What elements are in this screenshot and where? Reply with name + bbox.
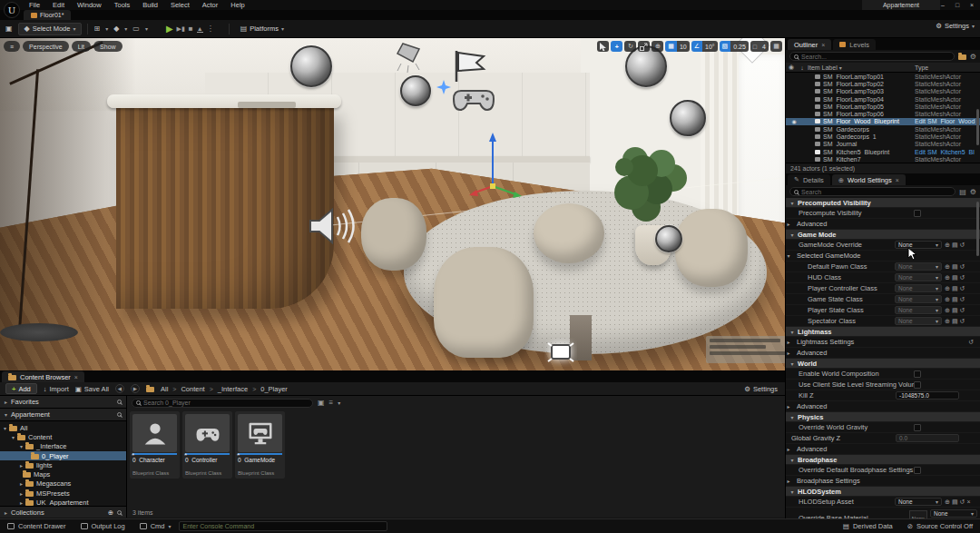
dropdown[interactable]: None▾ bbox=[930, 509, 977, 518]
player-start-flag-sprite[interactable] bbox=[449, 47, 489, 85]
import-button[interactable]: ↓ Import bbox=[44, 385, 69, 393]
menu-select[interactable]: Select bbox=[171, 1, 190, 9]
tree-item-maps[interactable]: Maps bbox=[0, 469, 126, 479]
close-button[interactable]: × bbox=[965, 0, 978, 10]
viewport-options-button[interactable]: ≡ bbox=[4, 41, 20, 52]
tree-item-content[interactable]: ▾Content bbox=[0, 432, 126, 441]
dropdown[interactable]: None▾ bbox=[895, 498, 942, 506]
chevron-down-icon[interactable]: ▾ bbox=[338, 400, 340, 406]
menu-window[interactable]: Window bbox=[77, 1, 102, 9]
use-selected-icon[interactable]: ⊕ bbox=[945, 296, 950, 303]
project-header[interactable]: ▾ Appartement bbox=[0, 409, 126, 421]
actor-type[interactable]: Edit SM_Kitchen5_Bl bbox=[915, 149, 980, 155]
outliner-row[interactable]: SM_FloorLampTop04StaticMeshActor bbox=[786, 95, 980, 103]
outliner-row[interactable]: SM_FloorLampTop05StaticMeshActor bbox=[786, 103, 980, 110]
outliner-row[interactable]: SM_GardecorpsStaticMeshActor bbox=[786, 125, 980, 133]
grid-snap-icon[interactable]: ▦ bbox=[665, 41, 677, 52]
select-mode-button[interactable]: ◆ Select Mode ▾ bbox=[18, 23, 83, 35]
section-header[interactable]: ▾HLODSystem bbox=[786, 487, 980, 497]
outliner-row[interactable]: SM_Kitchen7StaticMeshActor bbox=[786, 155, 980, 163]
speaker-sprite[interactable] bbox=[307, 204, 361, 248]
scene-chair[interactable] bbox=[434, 247, 534, 358]
outliner-row[interactable]: SM_FloorLampTop06StaticMeshActor bbox=[786, 110, 980, 117]
browse-icon[interactable]: ▤ bbox=[952, 296, 958, 303]
gamepad-sprite[interactable] bbox=[452, 85, 495, 116]
menu-edit[interactable]: Edit bbox=[53, 1, 64, 9]
scene-chair[interactable] bbox=[675, 209, 748, 287]
save-all-button[interactable]: ▣ Save All bbox=[75, 385, 109, 393]
rotation-snap-icon[interactable]: ∠ bbox=[691, 41, 702, 52]
column-item-label[interactable]: Item Label ▾ bbox=[808, 64, 915, 71]
rotate-tool-button[interactable]: ↻ bbox=[624, 41, 636, 52]
breadcrumb-_interface[interactable]: _Interface bbox=[218, 385, 248, 393]
asset-tile-0_gamemode[interactable]: *0_GameModeBlueprint Class bbox=[235, 411, 285, 479]
use-selected-icon[interactable]: ⊕ bbox=[945, 307, 950, 314]
checkbox[interactable] bbox=[914, 424, 921, 431]
move-tool-button[interactable]: + bbox=[611, 41, 622, 52]
browse-icon[interactable]: ▤ bbox=[952, 498, 958, 506]
section-header[interactable]: ▾Precomputed Visibility bbox=[786, 198, 980, 208]
toolbar-settings-button[interactable]: ⚙ Settings ▾ bbox=[936, 22, 975, 30]
content-browser-settings-button[interactable]: ⚙ Settings bbox=[744, 385, 778, 393]
section-header[interactable]: ▾Lightmass bbox=[786, 327, 980, 337]
play-options-icon[interactable]: ⋮ bbox=[207, 25, 214, 33]
asset-tile-0_controller[interactable]: *0_ControllerBlueprint Class bbox=[182, 411, 232, 479]
use-selected-icon[interactable]: ⊕ bbox=[945, 274, 950, 281]
eye-icon[interactable]: ◉ bbox=[786, 118, 802, 124]
outliner-row[interactable]: SM_Kitchen5_BlueprintEdit SM_Kitchen5_Bl bbox=[786, 148, 980, 155]
world-settings-search-input[interactable]: Search bbox=[789, 187, 956, 196]
breadcrumb-0_player[interactable]: 0_Player bbox=[260, 385, 288, 393]
property-label[interactable]: Advanced bbox=[791, 349, 977, 357]
reset-icon[interactable]: ↺ bbox=[960, 242, 965, 249]
menu-help[interactable]: Help bbox=[230, 1, 244, 9]
property-label[interactable]: Advanced bbox=[791, 402, 977, 410]
scene-chair[interactable] bbox=[534, 203, 604, 263]
spotlight-sprite[interactable] bbox=[392, 40, 428, 73]
property-label[interactable]: Lightmass Settings bbox=[791, 338, 968, 346]
checkbox[interactable] bbox=[914, 370, 921, 378]
translate-gizmo[interactable] bbox=[458, 129, 531, 200]
outliner-scrollbar[interactable] bbox=[976, 109, 979, 145]
world-settings-scrollbar[interactable] bbox=[976, 202, 979, 256]
browse-icon[interactable]: ▤ bbox=[952, 318, 958, 325]
scale-tool-button[interactable] bbox=[638, 41, 650, 52]
maximize-viewport-button[interactable]: ▦ bbox=[770, 41, 782, 52]
close-icon[interactable]: × bbox=[74, 374, 78, 380]
camera-icon[interactable]: □ bbox=[750, 41, 760, 52]
reset-icon[interactable]: ↺ bbox=[960, 307, 965, 314]
browse-icon[interactable]: ▤ bbox=[952, 274, 958, 281]
world-space-toggle[interactable]: ⊕ bbox=[652, 41, 663, 52]
browse-icon[interactable]: ▤ bbox=[952, 285, 958, 292]
favorites-header[interactable]: ▸ Favorites bbox=[0, 396, 126, 409]
menu-actor[interactable]: Actor bbox=[202, 1, 219, 9]
column-type[interactable]: Type bbox=[915, 64, 980, 71]
menu-build[interactable]: Build bbox=[142, 1, 158, 9]
asset-tile-0_character[interactable]: *0_CharacterBlueprint Class bbox=[130, 411, 180, 479]
scale-snap-icon[interactable]: ▧ bbox=[720, 41, 731, 52]
tab-outliner[interactable]: Outliner × bbox=[788, 39, 831, 50]
cinematics-icon[interactable]: ▭ bbox=[132, 25, 140, 33]
section-header[interactable]: ▾Game Mode bbox=[786, 230, 980, 240]
reset-icon[interactable]: ↺ bbox=[960, 296, 965, 303]
path-folder-icon[interactable] bbox=[146, 387, 154, 392]
outliner-search-input[interactable]: Search... bbox=[789, 52, 955, 61]
outliner-folder-icon[interactable] bbox=[958, 54, 966, 60]
search-icon[interactable] bbox=[117, 412, 122, 417]
view-mode-dropdown[interactable]: Lit bbox=[72, 41, 91, 52]
chevron-down-icon[interactable]: ▾ bbox=[105, 25, 108, 32]
eye-icon[interactable]: ◉ bbox=[786, 64, 797, 71]
section-header[interactable]: ▾Broadphase bbox=[786, 455, 980, 465]
source-control-button[interactable]: ⊘ Source Control Off bbox=[900, 522, 980, 530]
tree-item-megascans[interactable]: ▸Megascans bbox=[0, 479, 126, 489]
close-icon[interactable]: × bbox=[821, 42, 825, 48]
tab-content-browser[interactable]: Content Browser × bbox=[2, 371, 84, 382]
search-icon[interactable] bbox=[117, 400, 122, 404]
show-dropdown[interactable]: Show bbox=[93, 41, 122, 52]
checkbox[interactable] bbox=[914, 381, 921, 389]
section-header[interactable]: ▾Physics bbox=[786, 412, 980, 422]
play-button[interactable]: ▶ bbox=[166, 24, 173, 34]
collections-header[interactable]: ▸ Collections ⊕ bbox=[0, 506, 126, 518]
level-tab[interactable]: Floor01* bbox=[24, 10, 71, 20]
reset-icon[interactable]: ↺ bbox=[960, 263, 965, 271]
skip-button[interactable]: ▶▮ bbox=[177, 25, 185, 33]
